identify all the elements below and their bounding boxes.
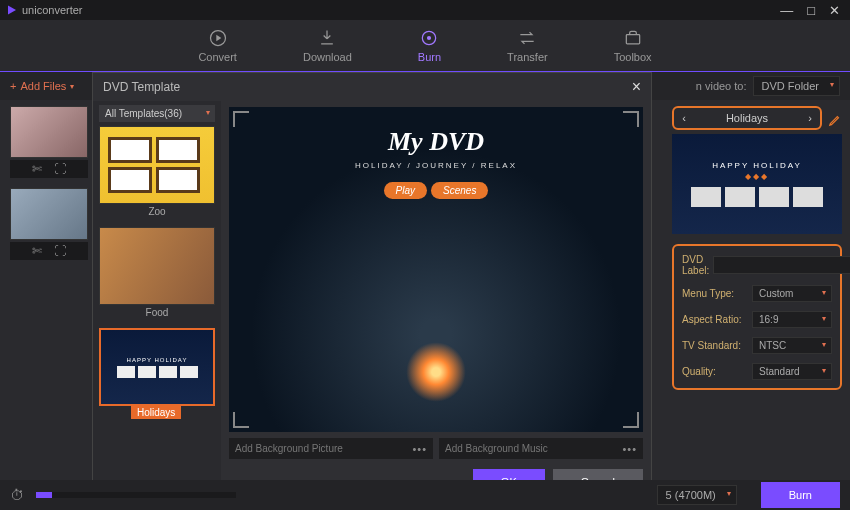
app-name: uniconverter — [22, 4, 83, 16]
template-thumbnail — [99, 126, 215, 204]
aspect-ratio-select[interactable]: 16:9 — [752, 311, 832, 328]
dvd-scenes-button[interactable]: Scenes — [431, 182, 488, 199]
add-files-button[interactable]: + Add Files ▾ — [10, 80, 74, 92]
dvd-title: My DVD — [388, 127, 484, 157]
burn-icon — [419, 28, 439, 48]
nav-download[interactable]: Download — [295, 24, 360, 67]
output-settings-column: ‹ Holidays › HAPPY HOLIDAY ◆◆◆ DVD Label… — [672, 106, 842, 390]
tv-standard-label: TV Standard: — [682, 340, 748, 351]
template-item-food[interactable]: Food — [99, 227, 215, 324]
chevron-down-icon: ▾ — [70, 82, 74, 91]
add-files-label: Add Files — [20, 80, 66, 92]
template-preview-column: My DVD HOLIDAY / JOURNEY / RELAX Play Sc… — [221, 101, 651, 501]
convert-icon — [208, 28, 228, 48]
clock-icon[interactable]: ⏱ — [10, 487, 24, 503]
template-caption: Food — [99, 305, 215, 324]
clip-thumbnail[interactable] — [10, 106, 88, 158]
template-item-zoo[interactable]: Zoo — [99, 126, 215, 223]
bg-music-input[interactable] — [439, 438, 616, 459]
edit-icon[interactable] — [828, 113, 842, 127]
bg-picture-input-row: ••• — [229, 438, 433, 459]
template-item-holidays[interactable]: HAPPY HOLIDAY Holidays — [99, 328, 215, 419]
quality-select[interactable]: Standard — [752, 363, 832, 380]
plus-icon: + — [10, 80, 16, 92]
template-filter-select[interactable]: All Templates(36) — [99, 105, 215, 122]
bottom-bar: ⏱ 5 (4700M) Burn — [0, 480, 850, 510]
play-logo-icon — [6, 4, 18, 16]
nav-convert-label: Convert — [198, 51, 237, 63]
burn-target-select[interactable]: DVD Folder — [753, 76, 840, 96]
nav-transfer-label: Transfer — [507, 51, 548, 63]
dvd-menu-preview: My DVD HOLIDAY / JOURNEY / RELAX Play Sc… — [229, 107, 643, 432]
download-icon — [317, 28, 337, 48]
browse-picture-button[interactable]: ••• — [406, 443, 433, 455]
main-nav: Convert Download Burn Transfer Toolbox — [0, 20, 850, 72]
disc-capacity-select[interactable]: 5 (4700M) — [657, 485, 737, 505]
minimize-button[interactable]: — — [776, 3, 797, 18]
dvd-label-input[interactable] — [713, 256, 850, 274]
template-caption: Holidays — [131, 406, 181, 419]
nav-download-label: Download — [303, 51, 352, 63]
clip-toolbar: ✄ ⛶ — [10, 160, 88, 178]
menu-type-select[interactable]: Custom — [752, 285, 832, 302]
dots-icon: ◆◆◆ — [745, 172, 769, 181]
burn-button[interactable]: Burn — [761, 482, 840, 508]
source-clip-list: ✄ ⛶ ✄ ⛶ — [10, 106, 88, 270]
crop-icon[interactable]: ⛶ — [54, 244, 66, 258]
next-template-button[interactable]: › — [800, 112, 820, 124]
svg-rect-3 — [626, 35, 639, 44]
nav-toolbox[interactable]: Toolbox — [606, 24, 660, 67]
crop-icon[interactable]: ⛶ — [54, 162, 66, 176]
aspect-ratio-label: Aspect Ratio: — [682, 314, 748, 325]
titlebar: uniconverter — □ ✕ — [0, 0, 850, 20]
scissors-icon[interactable]: ✄ — [32, 162, 42, 176]
svg-point-2 — [427, 36, 431, 40]
nav-transfer[interactable]: Transfer — [499, 24, 556, 67]
selected-template-name: Holidays — [694, 112, 800, 124]
campfire-glow — [406, 342, 466, 402]
dvd-settings: DVD Label: Menu Type:Custom Aspect Ratio… — [672, 244, 842, 390]
dvd-play-button[interactable]: Play — [384, 182, 427, 199]
quality-label: Quality: — [682, 366, 748, 377]
menu-type-label: Menu Type: — [682, 288, 748, 299]
template-thumbnail — [99, 227, 215, 305]
bg-music-input-row: ••• — [439, 438, 643, 459]
app-logo: uniconverter — [6, 4, 83, 16]
clip-toolbar: ✄ ⛶ — [10, 242, 88, 260]
template-thumbnail: HAPPY HOLIDAY — [99, 328, 215, 406]
output-preview-title: HAPPY HOLIDAY — [712, 161, 802, 170]
nav-burn[interactable]: Burn — [410, 24, 449, 67]
tv-standard-select[interactable]: NTSC — [752, 337, 832, 354]
scissors-icon[interactable]: ✄ — [32, 244, 42, 258]
output-preview: HAPPY HOLIDAY ◆◆◆ — [672, 134, 842, 234]
nav-convert[interactable]: Convert — [190, 24, 245, 67]
transfer-icon — [517, 28, 537, 48]
dvd-template-panel: DVD Template × All Templates(36) Zoo Foo… — [92, 72, 652, 502]
capacity-bar — [36, 492, 236, 498]
burn-to-label: n video to: — [696, 80, 747, 92]
maximize-button[interactable]: □ — [803, 3, 819, 18]
toolbox-icon — [623, 28, 643, 48]
close-icon[interactable]: × — [632, 78, 641, 96]
dvd-label-label: DVD Label: — [682, 254, 709, 276]
nav-burn-label: Burn — [418, 51, 441, 63]
template-caption: Zoo — [99, 204, 215, 223]
close-window-button[interactable]: ✕ — [825, 3, 844, 18]
browse-music-button[interactable]: ••• — [616, 443, 643, 455]
clip-thumbnail[interactable] — [10, 188, 88, 240]
prev-template-button[interactable]: ‹ — [674, 112, 694, 124]
template-list-column: All Templates(36) Zoo Food HAPPY HOLIDAY — [93, 101, 221, 501]
panel-title: DVD Template — [103, 80, 180, 94]
dvd-subtitle: HOLIDAY / JOURNEY / RELAX — [355, 161, 517, 170]
bg-picture-input[interactable] — [229, 438, 406, 459]
nav-toolbox-label: Toolbox — [614, 51, 652, 63]
template-inner-title: HAPPY HOLIDAY — [127, 357, 188, 363]
